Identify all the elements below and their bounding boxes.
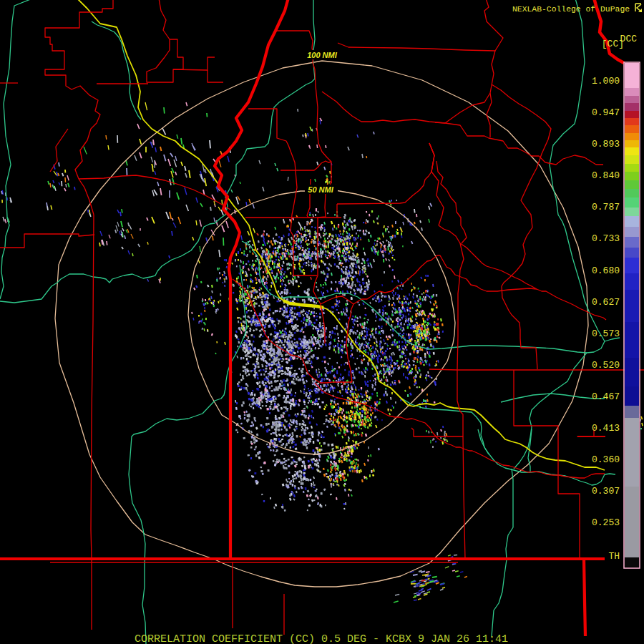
svg-text:0.573: 0.573 bbox=[592, 328, 620, 339]
svg-text:0.893: 0.893 bbox=[592, 139, 620, 150]
svg-text:0.467: 0.467 bbox=[592, 391, 620, 402]
svg-text:0.413: 0.413 bbox=[592, 423, 620, 434]
svg-text:0.787: 0.787 bbox=[592, 202, 620, 213]
svg-text:0.520: 0.520 bbox=[592, 360, 620, 371]
svg-text:CORRELATION COEFFICIENT (CC) 0: CORRELATION COEFFICIENT (CC) 0.5 DEG - K… bbox=[135, 633, 508, 644]
svg-text:0.840: 0.840 bbox=[592, 170, 620, 181]
svg-text:0.627: 0.627 bbox=[592, 297, 620, 308]
svg-text:NEXLAB-College of DuPage: NEXLAB-College of DuPage bbox=[512, 5, 630, 14]
svg-text:0.733: 0.733 bbox=[592, 233, 620, 244]
svg-text:0.360: 0.360 bbox=[592, 454, 620, 465]
svg-text:[CC]: [CC] bbox=[602, 39, 624, 49]
svg-text:50 NMI: 50 NMI bbox=[308, 185, 333, 194]
svg-text:TH: TH bbox=[608, 551, 620, 562]
svg-text:0.680: 0.680 bbox=[592, 265, 620, 276]
svg-text:1.000: 1.000 bbox=[592, 76, 620, 87]
svg-text:0.947: 0.947 bbox=[592, 107, 620, 118]
svg-text:100 NMI: 100 NMI bbox=[307, 51, 338, 59]
svg-text:0.253: 0.253 bbox=[592, 517, 620, 528]
svg-text:0.307: 0.307 bbox=[592, 486, 620, 497]
